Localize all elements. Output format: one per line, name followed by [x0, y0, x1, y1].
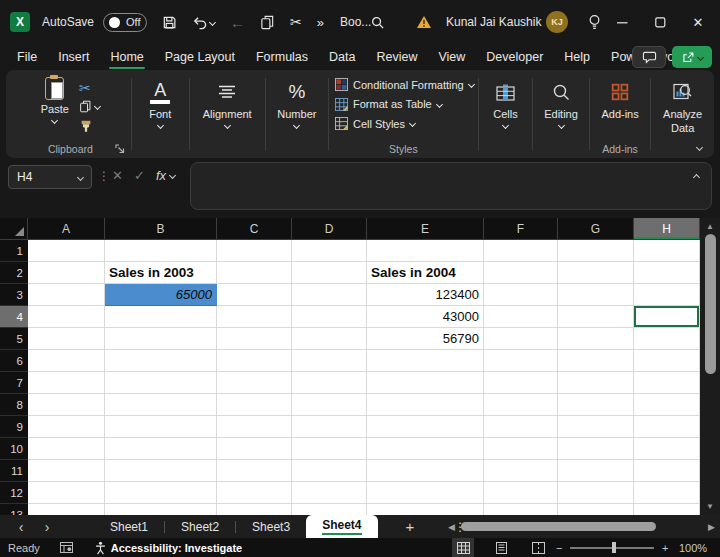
accessibility-status[interactable]: Accessibility: Investigate [95, 541, 242, 555]
copy-button-ribbon[interactable] [79, 99, 100, 114]
cell-H7[interactable] [634, 372, 700, 394]
copy-dropdown-chevron[interactable] [94, 103, 101, 110]
cell-A2[interactable] [28, 262, 105, 284]
cell-C11[interactable] [217, 460, 292, 482]
maximize-button[interactable] [642, 0, 678, 44]
cell-E9[interactable] [367, 416, 484, 438]
cell-D13[interactable] [292, 504, 367, 515]
cell-C1[interactable] [217, 240, 292, 262]
cell-C12[interactable] [217, 482, 292, 504]
column-header-H[interactable]: H [634, 218, 700, 240]
share-button[interactable] [672, 46, 712, 68]
cell-B1[interactable] [105, 240, 217, 262]
font-group-button[interactable]: A Font [136, 75, 185, 158]
cell-H6[interactable] [634, 350, 700, 372]
close-button[interactable]: ✕ [680, 0, 716, 44]
menu-tab-home[interactable]: Home [109, 48, 144, 66]
cell-F7[interactable] [484, 372, 558, 394]
fx-chevron[interactable] [169, 172, 176, 179]
cell-E8[interactable] [367, 394, 484, 416]
macro-record-button[interactable] [60, 542, 73, 553]
sheet-nav-prev[interactable]: ‹ [8, 519, 34, 535]
undo-dropdown-chevron[interactable] [209, 18, 216, 25]
menu-tab-view[interactable]: View [437, 48, 466, 66]
cell-G8[interactable] [558, 394, 634, 416]
add-sheet-button[interactable]: + [406, 518, 415, 535]
row-header-1[interactable]: 1 [0, 240, 28, 262]
menu-tab-help[interactable]: Help [563, 48, 591, 66]
cell-B3[interactable]: 65000 [105, 284, 217, 306]
scroll-right-arrow[interactable]: ▶ [708, 522, 715, 532]
zoom-level[interactable]: 100% [679, 538, 707, 557]
user-name[interactable]: Kunal Jai Kaushik [446, 0, 541, 44]
cell-E2[interactable]: Sales in 2004 [367, 262, 484, 284]
cell-B12[interactable] [105, 482, 217, 504]
formula-bar-collapse-chevron[interactable] [693, 174, 700, 181]
cell-D9[interactable] [292, 416, 367, 438]
cell-H13[interactable] [634, 504, 700, 515]
cell-F6[interactable] [484, 350, 558, 372]
editing-group-button[interactable]: Editing [537, 75, 585, 158]
cell-B11[interactable] [105, 460, 217, 482]
document-title[interactable]: Boo... [340, 15, 371, 29]
scroll-up-arrow[interactable]: ▲ [706, 222, 714, 231]
cell-G13[interactable] [558, 504, 634, 515]
excel-app-icon[interactable]: X [10, 12, 30, 32]
zoom-out-button[interactable]: − [556, 538, 562, 557]
select-all-corner[interactable] [0, 218, 28, 240]
cell-G4[interactable] [558, 306, 634, 328]
number-group-button[interactable]: % Number [270, 75, 325, 158]
cell-G5[interactable] [558, 328, 634, 350]
cell-C6[interactable] [217, 350, 292, 372]
cell-G3[interactable] [558, 284, 634, 306]
cell-D10[interactable] [292, 438, 367, 460]
format-painter-button[interactable] [79, 118, 100, 133]
cell-H9[interactable] [634, 416, 700, 438]
normal-view-button[interactable] [452, 538, 474, 557]
minimize-button[interactable] [604, 0, 640, 44]
cell-D1[interactable] [292, 240, 367, 262]
undo-button[interactable] [192, 15, 215, 30]
menu-tab-review[interactable]: Review [375, 48, 418, 66]
sheet-nav-next[interactable]: › [34, 519, 60, 535]
addins-button[interactable]: Add-ins [601, 75, 638, 120]
cell-A1[interactable] [28, 240, 105, 262]
cell-A3[interactable] [28, 284, 105, 306]
cell-B4[interactable] [105, 306, 217, 328]
cell-C7[interactable] [217, 372, 292, 394]
row-header-9[interactable]: 9 [0, 416, 28, 438]
cell-H11[interactable] [634, 460, 700, 482]
cell-H2[interactable] [634, 262, 700, 284]
horizontal-scrollbar[interactable]: ◀ ▶ [448, 515, 715, 538]
sheet-tab-sheet4[interactable]: Sheet4 [306, 515, 377, 538]
menu-tab-insert[interactable]: Insert [57, 48, 90, 66]
cell-E6[interactable] [367, 350, 484, 372]
row-header-10[interactable]: 10 [0, 438, 28, 460]
cell-G2[interactable] [558, 262, 634, 284]
cell-B8[interactable] [105, 394, 217, 416]
autosave-toggle[interactable]: Off [103, 13, 147, 32]
format-as-table-button[interactable]: Format as Table [335, 95, 442, 115]
cell-D6[interactable] [292, 350, 367, 372]
cell-F2[interactable] [484, 262, 558, 284]
row-header-7[interactable]: 7 [0, 372, 28, 394]
cell-G10[interactable] [558, 438, 634, 460]
paste-button[interactable]: Paste [41, 77, 69, 133]
avatar[interactable]: KJ [546, 11, 568, 33]
page-break-view-button[interactable] [527, 538, 549, 557]
toolbar-overflow-button[interactable]: » [317, 15, 324, 30]
cell-F4[interactable] [484, 306, 558, 328]
cell-E1[interactable] [367, 240, 484, 262]
cell-F9[interactable] [484, 416, 558, 438]
ideas-button[interactable] [588, 0, 601, 44]
cell-C8[interactable] [217, 394, 292, 416]
cell-E11[interactable] [367, 460, 484, 482]
cell-D4[interactable] [292, 306, 367, 328]
cell-A10[interactable] [28, 438, 105, 460]
clipboard-dialog-launcher[interactable] [115, 144, 125, 154]
cell-H4[interactable] [634, 306, 700, 328]
cell-G1[interactable] [558, 240, 634, 262]
menu-tab-formulas[interactable]: Formulas [255, 48, 309, 66]
column-header-C[interactable]: C [217, 218, 292, 240]
cell-A9[interactable] [28, 416, 105, 438]
